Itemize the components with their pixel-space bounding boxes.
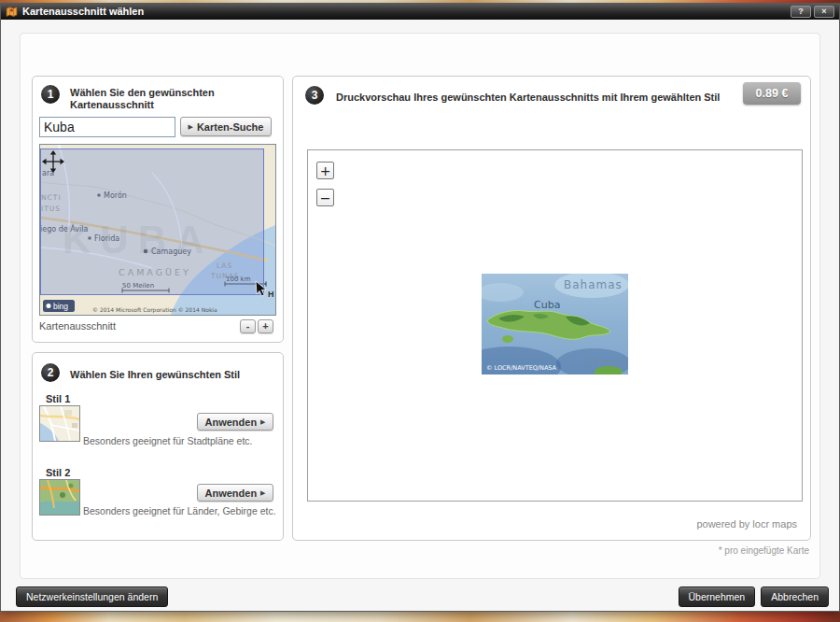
step3-number-badge: 3 xyxy=(305,86,324,105)
footer-actions: Übernehmen Abbrechen xyxy=(679,587,830,607)
step3-panel: 3 Druckvorschau Ihres gewünschten Karten… xyxy=(292,76,811,541)
arrow-right-icon: ▶ xyxy=(189,123,193,131)
bing-logo-label: bing xyxy=(53,302,68,311)
step1-heading: Wählen Sie den gewünschten Kartenausschn… xyxy=(70,87,215,111)
powered-by-label: powered by locr maps xyxy=(696,518,797,530)
price-badge: 0.89 € xyxy=(743,82,801,105)
apply-button[interactable]: Übernehmen xyxy=(679,587,756,607)
style1-description: Besonders geeignet für Stadtpläne etc. xyxy=(83,435,279,447)
step2-heading: Wählen Sie Ihren gewünschten Stil xyxy=(70,369,240,381)
preview-map-image: Bahamas Cuba Jamaica © LOCR/NAVTEQ/NASA xyxy=(482,274,628,375)
map-search-input[interactable] xyxy=(39,117,175,137)
style2-description: Besonders geeignet für Länder, Gebirge e… xyxy=(83,505,279,517)
map-zoom-out-button[interactable]: - xyxy=(240,319,256,333)
map-selection-canvas[interactable]: KUBA ara NCTI ITUS Morón iego de Ávila F… xyxy=(39,144,276,316)
map-zoom-in-button[interactable]: + xyxy=(258,319,273,333)
style2-apply-label: Anwenden xyxy=(204,488,257,499)
map-copyright: © 2014 Microsoft Corporation © 2014 Noki… xyxy=(92,306,217,314)
arrow-right-icon: ▶ xyxy=(260,418,265,426)
map-app-icon xyxy=(6,6,18,18)
map-dialog-window: Kartenausschnitt wählen ? × 1 Wählen Sie… xyxy=(0,3,840,612)
step1-number-badge: 1 xyxy=(41,85,60,104)
style1-apply-button[interactable]: Anwenden ▶ xyxy=(197,413,273,431)
map-search-label: Karten-Suche xyxy=(197,121,264,133)
style1-thumbnail xyxy=(39,405,80,442)
map-search-button[interactable]: ▶ Karten-Suche xyxy=(180,117,272,136)
preview-zoom-out-button[interactable]: − xyxy=(316,189,334,206)
cancel-button[interactable]: Abbrechen xyxy=(761,587,829,607)
window-title: Kartenausschnitt wählen xyxy=(22,4,788,20)
step1-heading-line1: Wählen Sie den gewünschten xyxy=(70,87,215,99)
close-button[interactable]: × xyxy=(814,6,834,18)
map-label-h: H xyxy=(268,290,274,299)
preview-label-jamaica: Jamaica xyxy=(589,356,628,369)
style2-apply-button[interactable]: Anwenden ▶ xyxy=(197,484,273,502)
network-settings-button[interactable]: Netzwerkeinstellungen ändern xyxy=(16,587,168,607)
print-preview-area[interactable]: + − xyxy=(307,149,803,502)
style2-name: Stil 2 xyxy=(46,467,70,478)
preview-label-bahamas: Bahamas xyxy=(564,278,623,291)
help-button[interactable]: ? xyxy=(791,6,811,18)
arrow-right-icon: ▶ xyxy=(260,489,265,497)
step1-panel: 1 Wählen Sie den gewünschten Kartenaussc… xyxy=(32,76,284,343)
style1-apply-label: Anwenden xyxy=(204,417,257,428)
style1-name: Stil 1 xyxy=(46,393,70,404)
step2-number-badge: 2 xyxy=(41,363,60,382)
preview-zoom-in-button[interactable]: + xyxy=(316,162,334,179)
style2-thumbnail xyxy=(39,479,80,516)
preview-label-cuba: Cuba xyxy=(534,299,560,311)
map-selection-rect[interactable] xyxy=(41,149,264,295)
step3-heading: Druckvorschau Ihres gewünschten Kartenau… xyxy=(336,92,737,104)
preview-copyright: © LOCR/NAVTEQ/NASA xyxy=(486,364,557,372)
step1-heading-line2: Kartenausschnitt xyxy=(70,99,215,111)
price-footnote: * pro eingefügte Karte xyxy=(719,545,809,556)
step2-panel: 2 Wählen Sie Ihren gewünschten Stil Stil… xyxy=(32,352,284,541)
map-caption: Kartenausschnitt xyxy=(39,320,116,332)
titlebar[interactable]: Kartenausschnitt wählen ? × xyxy=(1,4,839,20)
